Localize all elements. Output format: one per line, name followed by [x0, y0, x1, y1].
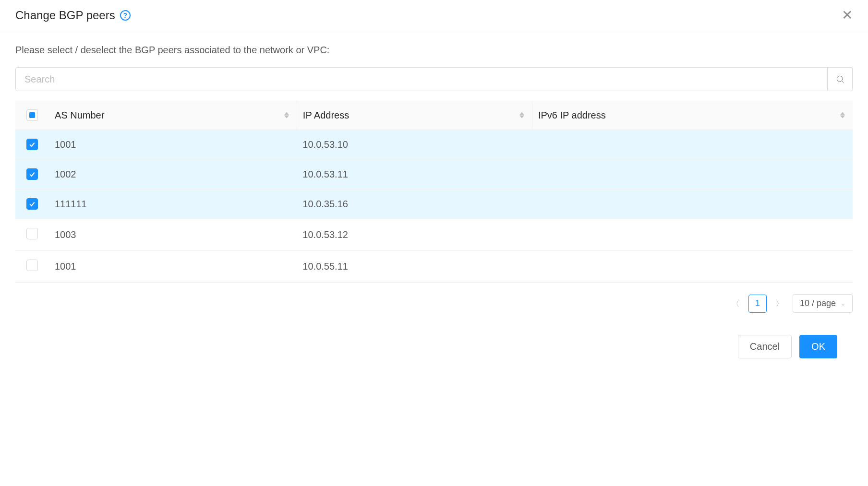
prev-page-button[interactable]: 〈 — [728, 296, 743, 311]
next-page-button[interactable]: 〉 — [772, 296, 787, 311]
page-size-label: 10 / page — [800, 298, 836, 308]
cell-checkbox — [15, 190, 49, 219]
sort-icon[interactable] — [284, 112, 289, 119]
column-label: AS Number — [55, 110, 104, 120]
cell-as-number: 1001 — [49, 251, 297, 283]
bgp-peers-table: AS Number IP Address IPv6 IP address 100… — [15, 101, 853, 283]
help-icon[interactable]: ? — [120, 10, 131, 21]
sort-icon[interactable] — [519, 112, 524, 119]
sort-icon[interactable] — [840, 112, 845, 119]
cell-ipv6-address — [532, 160, 853, 190]
table-row[interactable]: 100110.0.53.10 — [15, 130, 853, 160]
column-header-select — [15, 101, 49, 130]
cell-as-number: 1001 — [49, 130, 297, 160]
cell-ip-address: 10.0.35.16 — [297, 190, 532, 219]
cell-as-number: 111111 — [49, 190, 297, 219]
modal-body: Please select / deselect the BGP peers a… — [0, 31, 868, 387]
table-row[interactable]: 100110.0.55.11 — [15, 251, 853, 283]
search-row — [15, 67, 853, 91]
search-button[interactable] — [828, 67, 853, 91]
row-checkbox[interactable] — [26, 228, 38, 239]
table-row[interactable]: 100310.0.53.12 — [15, 219, 853, 251]
table-row[interactable]: 100210.0.53.11 — [15, 160, 853, 190]
modal-footer: Cancel OK — [15, 327, 853, 374]
svg-point-0 — [837, 76, 843, 82]
row-checkbox[interactable] — [26, 260, 38, 271]
cell-ipv6-address — [532, 190, 853, 219]
cell-checkbox — [15, 219, 49, 251]
close-icon[interactable]: ✕ — [842, 9, 853, 22]
svg-line-1 — [842, 81, 844, 83]
modal-header: Change BGP peers ? ✕ — [0, 0, 868, 31]
modal-title: Change BGP peers — [15, 9, 115, 22]
column-label: IPv6 IP address — [538, 110, 606, 120]
modal-title-wrap: Change BGP peers ? — [15, 9, 131, 22]
instruction-text: Please select / deselect the BGP peers a… — [15, 45, 853, 56]
chevron-down-icon: ⌄ — [841, 300, 845, 307]
pagination: 〈 1 〉 10 / page ⌄ — [15, 294, 853, 313]
column-label: IP Address — [303, 110, 349, 120]
row-checkbox[interactable] — [26, 198, 38, 210]
page-number[interactable]: 1 — [748, 295, 767, 313]
cell-ip-address: 10.0.53.11 — [297, 160, 532, 190]
ok-button[interactable]: OK — [799, 335, 837, 358]
cell-ipv6-address — [532, 219, 853, 251]
cell-checkbox — [15, 160, 49, 190]
cell-checkbox — [15, 251, 49, 283]
cell-ip-address: 10.0.53.12 — [297, 219, 532, 251]
row-checkbox[interactable] — [26, 168, 38, 180]
cell-ip-address: 10.0.53.10 — [297, 130, 532, 160]
column-header-ip-address[interactable]: IP Address — [297, 101, 532, 130]
column-header-as-number[interactable]: AS Number — [49, 101, 297, 130]
cell-checkbox — [15, 130, 49, 160]
cell-as-number: 1003 — [49, 219, 297, 251]
search-icon — [835, 74, 845, 84]
column-header-ipv6-address[interactable]: IPv6 IP address — [532, 101, 853, 130]
cell-ipv6-address — [532, 130, 853, 160]
table-row[interactable]: 11111110.0.35.16 — [15, 190, 853, 219]
row-checkbox[interactable] — [26, 139, 38, 150]
cancel-button[interactable]: Cancel — [738, 335, 792, 358]
cell-ip-address: 10.0.55.11 — [297, 251, 532, 283]
search-input[interactable] — [15, 67, 828, 91]
select-all-checkbox[interactable] — [26, 109, 38, 121]
page-size-select[interactable]: 10 / page ⌄ — [793, 294, 853, 313]
cell-as-number: 1002 — [49, 160, 297, 190]
cell-ipv6-address — [532, 251, 853, 283]
